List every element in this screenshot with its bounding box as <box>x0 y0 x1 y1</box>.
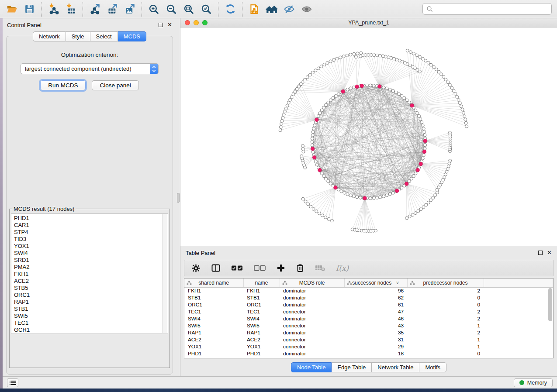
table-row[interactable]: RAP1RAP1dominator352 <box>184 329 553 336</box>
search-box[interactable] <box>422 3 552 15</box>
tab-edge-table[interactable]: Edge Table <box>332 362 372 372</box>
table-row[interactable]: ORC1ORC1dominator610 <box>184 301 553 308</box>
orgchart-icon <box>410 280 415 287</box>
zoom-out-icon[interactable] <box>164 2 179 17</box>
table-scrollbar[interactable] <box>548 288 552 321</box>
criterion-select[interactable]: largest connected component (undirected) <box>21 63 159 74</box>
open-file-icon[interactable] <box>4 2 19 17</box>
close-panel-icon[interactable]: ✕ <box>547 251 552 255</box>
sort-chevron-icon[interactable]: ∨ <box>396 280 399 285</box>
delete-column-icon[interactable] <box>296 263 304 273</box>
select-spinner-icon <box>150 63 158 74</box>
table-panel-title: Table Panel <box>186 250 215 256</box>
show-all-icon[interactable] <box>299 2 314 17</box>
column-header-predecessor-nodes[interactable]: predecessor nodes <box>407 279 484 287</box>
zoom-selected-icon[interactable] <box>199 2 214 17</box>
table-row[interactable]: STB1STB1dominator620 <box>184 294 553 301</box>
list-item[interactable]: CAR1 <box>14 222 168 229</box>
import-table-icon[interactable] <box>63 2 78 17</box>
list-scrollbar[interactable] <box>162 214 167 333</box>
select-all-columns-icon[interactable] <box>231 265 243 271</box>
float-panel-icon[interactable] <box>538 251 543 255</box>
table-row[interactable]: ACE2ACE2connector311 <box>184 336 553 343</box>
column-header-shared-name[interactable]: shared name <box>184 279 243 287</box>
column-header-name[interactable]: name <box>243 279 280 287</box>
table-row[interactable]: YOX1YOX1connector291 <box>184 343 553 350</box>
desktop-background-strip <box>0 389 557 392</box>
tab-node-table[interactable]: Node Table <box>291 362 332 372</box>
task-history-button[interactable] <box>7 378 18 387</box>
close-panel-button[interactable]: Close panel <box>92 80 138 90</box>
float-panel-icon[interactable] <box>159 23 163 27</box>
splitter-handle[interactable] <box>177 193 180 203</box>
list-item[interactable]: PMA2 <box>14 264 168 271</box>
export-network-icon[interactable] <box>87 2 102 17</box>
hide-selected-icon[interactable] <box>282 2 297 17</box>
column-header-successor-nodes[interactable]: successor nodes∨ <box>344 279 407 287</box>
status-bar: Memory <box>3 376 557 389</box>
function-builder-icon: f(x) <box>336 264 349 272</box>
list-item[interactable]: STP4 <box>14 229 168 236</box>
tab-style[interactable]: Style <box>66 31 90 41</box>
zoom-fit-icon[interactable] <box>181 2 196 17</box>
list-item[interactable]: RAP1 <box>14 299 168 306</box>
create-column-icon[interactable] <box>277 264 285 272</box>
list-item[interactable]: STB1 <box>14 306 168 313</box>
control-panel: Control Panel ✕ Network Style Select MCD… <box>3 18 176 376</box>
table-header-row: shared name name MCDS role successor nod… <box>184 279 553 287</box>
control-panel-title: Control Panel <box>7 22 42 28</box>
list-item[interactable]: ORC1 <box>14 292 168 299</box>
close-panel-icon[interactable]: ✕ <box>167 23 172 27</box>
import-network-icon[interactable] <box>46 2 61 17</box>
list-item[interactable]: SWI4 <box>14 250 168 257</box>
column-header-mcds-role[interactable]: MCDS role <box>280 279 344 287</box>
unselect-all-columns-icon[interactable] <box>254 265 266 271</box>
network-canvas[interactable] <box>180 28 557 246</box>
tab-mcds[interactable]: MCDS <box>118 31 146 41</box>
orgchart-icon <box>347 280 352 287</box>
column-header-filler <box>484 279 553 287</box>
list-item[interactable]: TEC1 <box>14 320 168 327</box>
criterion-selected-value: largest connected component (undirected) <box>21 65 150 72</box>
table-row[interactable]: TEC1TEC1connector472 <box>184 308 553 315</box>
memory-button[interactable]: Memory <box>514 378 553 387</box>
run-mcds-button[interactable]: Run MCDS <box>40 80 86 90</box>
list-item[interactable]: SRD1 <box>14 257 168 264</box>
network-window-titlebar[interactable]: YPA_prune.txt_1 <box>180 18 557 28</box>
first-neighbors-icon[interactable] <box>264 2 279 17</box>
table-row[interactable]: SWI4SWI4dominator462 <box>184 315 553 322</box>
apply-layout-icon[interactable] <box>223 2 238 17</box>
mcds-result-list[interactable]: PHD1 CAR1 STP4 TID3 YOX1 SWI4 SRD1 PMA2 … <box>11 213 168 334</box>
panel-splitter[interactable] <box>176 18 180 376</box>
table-row[interactable]: FKH1FKH1dominator962 <box>184 287 553 294</box>
table-row[interactable]: SWI5SWI5connector431 <box>184 322 553 329</box>
list-item[interactable]: STB5 <box>14 285 168 292</box>
network-from-file-icon[interactable] <box>247 2 262 17</box>
list-item[interactable]: PHD1 <box>14 215 168 222</box>
tab-motifs[interactable]: Motifs <box>419 362 446 372</box>
list-item[interactable]: SWI5 <box>14 313 168 320</box>
export-image-icon[interactable] <box>122 2 137 17</box>
list-item[interactable]: ACE2 <box>14 278 168 285</box>
mcds-result-title: MCDS result (17 nodes) <box>12 206 76 212</box>
table-row[interactable]: PHD1PHD1dominator180 <box>184 350 553 357</box>
mcds-result-group: MCDS result (17 nodes) PHD1 CAR1 STP4 TI… <box>9 206 170 368</box>
list-item[interactable]: TID3 <box>14 236 168 243</box>
save-session-icon[interactable] <box>22 2 37 17</box>
table-options-gear-icon[interactable] <box>191 264 201 273</box>
search-input[interactable] <box>436 6 548 12</box>
delete-table-icon <box>315 264 325 272</box>
node-table[interactable]: shared name name MCDS role successor nod… <box>184 278 554 358</box>
mcds-tab-content: Optimization criterion: largest connecte… <box>6 36 173 375</box>
search-icon <box>426 6 433 12</box>
list-item[interactable]: GCR1 <box>14 327 168 334</box>
show-columns-icon[interactable] <box>211 263 221 273</box>
export-table-icon[interactable] <box>105 2 120 17</box>
optimization-criterion-label: Optimization criterion: <box>7 52 173 58</box>
tab-select[interactable]: Select <box>90 31 118 41</box>
list-item[interactable]: YOX1 <box>14 243 168 250</box>
list-item[interactable]: FKH1 <box>14 271 168 278</box>
tab-network[interactable]: Network <box>33 31 66 41</box>
tab-network-table[interactable]: Network Table <box>372 362 419 372</box>
zoom-in-icon[interactable] <box>146 2 161 17</box>
